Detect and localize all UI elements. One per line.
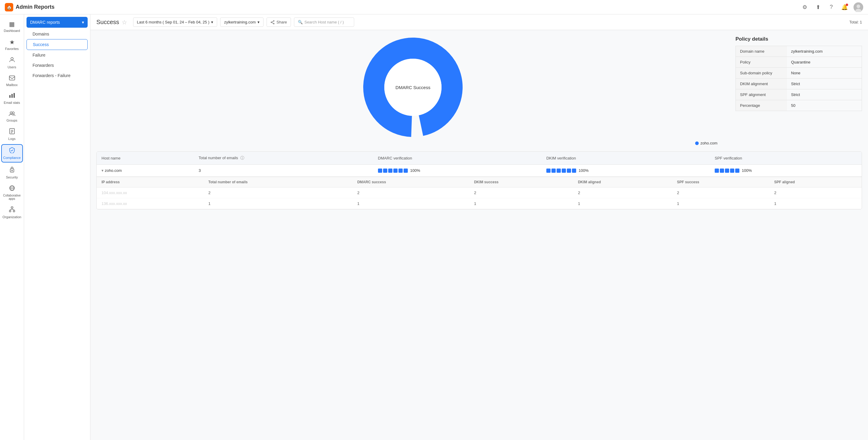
col-total-emails: Total number of emails ⓘ (194, 152, 373, 165)
nav-item-failure[interactable]: Failure (27, 50, 88, 60)
sidebar-item-security[interactable]: Security (1, 164, 23, 181)
host-name-cell: ▾ zoho.com (97, 165, 194, 177)
sub-dmarc-cell: 1 (352, 198, 469, 209)
sub-spf-cell: 1 (672, 198, 770, 209)
users-icon (9, 57, 15, 64)
help-icon[interactable]: ? (827, 3, 835, 11)
sub-dkim-cell: 1 (469, 198, 573, 209)
data-table-section: Host name Total number of emails ⓘ DMARC… (96, 151, 862, 209)
avatar[interactable] (854, 2, 863, 12)
sub-total-cell: 2 (204, 188, 353, 198)
policy-value: zylkertraining.com (787, 46, 862, 57)
groups-icon (9, 110, 16, 117)
logs-icon (9, 128, 15, 136)
nav-item-forwarders[interactable]: Forwarders (27, 60, 88, 70)
sidebar-label-groups: Groups (6, 119, 17, 122)
search-host-input[interactable]: 🔍 Search Host name ( / ) (294, 18, 354, 27)
sub-col-dmarc-success: DMARC success (352, 177, 469, 188)
share-button[interactable]: Share (267, 18, 291, 27)
sub-dmarc-cell: 2 (352, 188, 469, 198)
col-dkim-verification: DKIM verification (541, 152, 710, 165)
sidebar-item-collaborative-apps[interactable]: Collaborative apps (1, 183, 23, 203)
nav-panel: DMARC reports ▾ Domains Success Failure … (24, 14, 90, 440)
svg-line-30 (272, 22, 273, 23)
star-icon[interactable]: ☆ (122, 19, 127, 26)
sidebar-item-favorites[interactable]: ★ Favorites (1, 36, 23, 53)
domain-filter-dropdown[interactable]: zylkertraining.com ▾ (220, 18, 264, 27)
sidebar: ▦ Dashboard ★ Favorites Users Ma (0, 14, 24, 440)
sidebar-label-users: Users (7, 65, 16, 69)
sub-col-spf-aligned: SPF aligned (769, 177, 862, 188)
policy-value: None (787, 68, 862, 78)
date-filter-chevron: ▾ (211, 20, 213, 24)
svg-point-8 (10, 112, 12, 114)
policy-row: DKIM alignmentStrict (736, 78, 862, 90)
sidebar-label-logs: Logs (8, 137, 16, 140)
svg-point-26 (274, 21, 274, 21)
logo-icon: 🏠 (5, 3, 13, 11)
svg-line-29 (272, 21, 273, 22)
total-emails-cell: 3 (194, 165, 373, 177)
favorites-icon: ★ (9, 38, 15, 46)
mailbox-icon (9, 75, 15, 82)
svg-rect-7 (13, 93, 15, 98)
chart-legend: zoho.com (695, 141, 717, 145)
chart-policy-row: DMARC Success zoho.com Policy details Do… (96, 36, 862, 145)
svg-rect-5 (9, 95, 10, 98)
policy-key: SPF alignment (736, 90, 787, 100)
sub-spf-cell: 2 (672, 188, 770, 198)
policy-value: Quarantine (787, 57, 862, 68)
policy-row: Domain namezylkertraining.com (736, 46, 862, 57)
sub-dkim-cell: 2 (469, 188, 573, 198)
sidebar-label-collaborative-apps: Collaborative apps (2, 194, 22, 200)
donut-chart: DMARC Success (362, 36, 464, 138)
nav-item-forwarders-failure[interactable]: Forwarders - Failure (27, 70, 88, 81)
total-badge: Total: 1 (849, 20, 862, 24)
sidebar-label-dashboard: Dashboard (4, 29, 20, 33)
nav-item-success[interactable]: Success (27, 39, 88, 50)
info-icon[interactable]: ⓘ (240, 156, 244, 160)
content-body: DMARC Success zoho.com Policy details Do… (90, 30, 868, 440)
main-content: Success ☆ Last 6 months ( Sep 01, 24 – F… (90, 14, 868, 440)
settings-icon[interactable]: ⚙ (801, 3, 809, 11)
main-layout: ▦ Dashboard ★ Favorites Users Ma (0, 14, 868, 440)
sidebar-item-users[interactable]: Users (1, 54, 23, 71)
legend-label: zoho.com (701, 141, 717, 145)
main-data-table: Host name Total number of emails ⓘ DMARC… (97, 152, 862, 177)
sidebar-label-compliance: Compliance (3, 156, 21, 160)
compliance-icon (9, 147, 15, 155)
policy-row: SPF alignmentStrict (736, 90, 862, 100)
nav-group-dmarc-reports[interactable]: DMARC reports ▾ (27, 17, 88, 28)
sidebar-item-compliance[interactable]: Compliance (1, 144, 23, 163)
policy-row: PolicyQuarantine (736, 57, 862, 68)
notifications-icon[interactable]: 🔔 (840, 3, 849, 11)
sub-table-row: 136.xxx.xxx.xx 1 1 1 1 1 1 (97, 198, 862, 209)
policy-title: Policy details (736, 36, 862, 42)
expand-icon[interactable]: ▾ (101, 168, 103, 173)
policy-value: Strict (787, 90, 862, 100)
svg-point-1 (857, 4, 860, 8)
svg-rect-21 (13, 210, 15, 212)
sidebar-item-groups[interactable]: Groups (1, 108, 23, 125)
sidebar-label-mailbox: Mailbox (6, 83, 18, 87)
sub-table-section: IP address Total number of emails DMARC … (97, 177, 862, 209)
upload-icon[interactable]: ⬆ (814, 3, 822, 11)
policy-row: Sub-domain policyNone (736, 68, 862, 78)
sidebar-item-organization[interactable]: Organization (1, 204, 23, 221)
col-dmarc-verification: DMARC verification (373, 152, 541, 165)
svg-rect-20 (9, 210, 11, 212)
app-title: Admin Reports (16, 4, 55, 10)
search-icon: 🔍 (298, 20, 303, 24)
policy-key: Sub-domain policy (736, 68, 787, 78)
sidebar-item-logs[interactable]: Logs (1, 126, 23, 143)
col-spf-verification: SPF verification (710, 152, 862, 165)
domain-filter-chevron: ▾ (257, 20, 259, 24)
sidebar-label-favorites: Favorites (5, 47, 19, 50)
sidebar-item-dashboard[interactable]: ▦ Dashboard (1, 18, 23, 35)
sidebar-item-email-stats[interactable]: Email stats (1, 90, 23, 107)
date-filter-dropdown[interactable]: Last 6 months ( Sep 01, 24 – Feb 04, 25 … (133, 18, 217, 27)
policy-section: Policy details Domain namezylkertraining… (736, 36, 862, 111)
policy-key: Percentage (736, 100, 787, 111)
sidebar-item-mailbox[interactable]: Mailbox (1, 72, 23, 89)
nav-item-domains[interactable]: Domains (27, 29, 88, 39)
